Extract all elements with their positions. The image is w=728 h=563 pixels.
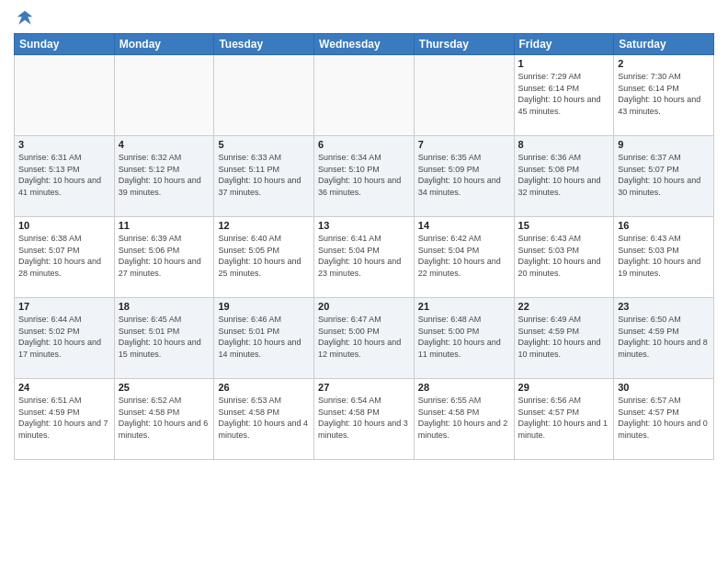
day-info: Sunrise: 6:44 AM Sunset: 5:02 PM Dayligh…	[18, 314, 110, 360]
day-number: 5	[218, 139, 310, 150]
day-cell	[15, 55, 115, 136]
day-info: Sunrise: 6:56 AM Sunset: 4:57 PM Dayligh…	[518, 395, 610, 441]
day-info: Sunrise: 6:36 AM Sunset: 5:08 PM Dayligh…	[518, 152, 610, 198]
day-cell: 9Sunrise: 6:37 AM Sunset: 5:07 PM Daylig…	[614, 136, 714, 217]
day-info: Sunrise: 6:48 AM Sunset: 5:00 PM Dayligh…	[418, 314, 510, 360]
day-info: Sunrise: 6:55 AM Sunset: 4:58 PM Dayligh…	[418, 395, 510, 441]
day-info: Sunrise: 6:54 AM Sunset: 4:58 PM Dayligh…	[318, 395, 410, 441]
day-number: 20	[318, 301, 410, 312]
day-cell: 7Sunrise: 6:35 AM Sunset: 5:09 PM Daylig…	[414, 136, 514, 217]
day-cell: 23Sunrise: 6:50 AM Sunset: 4:59 PM Dayli…	[614, 298, 714, 379]
day-info: Sunrise: 6:38 AM Sunset: 5:07 PM Dayligh…	[18, 233, 110, 279]
day-number: 11	[119, 220, 210, 231]
day-info: Sunrise: 6:32 AM Sunset: 5:12 PM Dayligh…	[119, 152, 210, 198]
day-number: 4	[119, 139, 210, 150]
day-number: 16	[618, 220, 710, 231]
day-info: Sunrise: 6:49 AM Sunset: 4:59 PM Dayligh…	[518, 314, 610, 360]
day-number: 9	[618, 139, 710, 150]
svg-marker-0	[17, 11, 33, 25]
day-number: 13	[318, 220, 410, 231]
day-cell: 24Sunrise: 6:51 AM Sunset: 4:59 PM Dayli…	[15, 379, 115, 460]
day-cell: 22Sunrise: 6:49 AM Sunset: 4:59 PM Dayli…	[514, 298, 614, 379]
day-number: 26	[218, 382, 310, 393]
week-row-0: 1Sunrise: 7:29 AM Sunset: 6:14 PM Daylig…	[15, 55, 714, 136]
day-number: 23	[618, 301, 710, 312]
day-number: 6	[318, 139, 410, 150]
weekday-header-tuesday: Tuesday	[214, 34, 314, 55]
day-number: 21	[418, 301, 510, 312]
day-cell: 8Sunrise: 6:36 AM Sunset: 5:08 PM Daylig…	[514, 136, 614, 217]
week-row-4: 24Sunrise: 6:51 AM Sunset: 4:59 PM Dayli…	[15, 379, 714, 460]
day-number: 14	[418, 220, 510, 231]
day-info: Sunrise: 6:37 AM Sunset: 5:07 PM Dayligh…	[618, 152, 710, 198]
day-cell: 12Sunrise: 6:40 AM Sunset: 5:05 PM Dayli…	[214, 217, 314, 298]
day-info: Sunrise: 6:43 AM Sunset: 5:03 PM Dayligh…	[518, 233, 610, 279]
day-number: 7	[418, 139, 510, 150]
day-number: 15	[518, 220, 610, 231]
day-cell: 3Sunrise: 6:31 AM Sunset: 5:13 PM Daylig…	[15, 136, 115, 217]
day-info: Sunrise: 6:40 AM Sunset: 5:05 PM Dayligh…	[218, 233, 310, 279]
day-cell: 20Sunrise: 6:47 AM Sunset: 5:00 PM Dayli…	[314, 298, 415, 379]
day-info: Sunrise: 6:33 AM Sunset: 5:11 PM Dayligh…	[218, 152, 310, 198]
logo	[14, 9, 34, 28]
day-cell: 10Sunrise: 6:38 AM Sunset: 5:07 PM Dayli…	[15, 217, 115, 298]
header	[14, 9, 714, 28]
day-cell: 4Sunrise: 6:32 AM Sunset: 5:12 PM Daylig…	[114, 136, 214, 217]
page: SundayMondayTuesdayWednesdayThursdayFrid…	[0, 0, 728, 563]
day-number: 12	[218, 220, 310, 231]
weekday-header-monday: Monday	[114, 34, 214, 55]
day-number: 22	[518, 301, 610, 312]
day-info: Sunrise: 6:46 AM Sunset: 5:01 PM Dayligh…	[218, 314, 310, 360]
day-cell: 17Sunrise: 6:44 AM Sunset: 5:02 PM Dayli…	[15, 298, 115, 379]
day-cell	[214, 55, 314, 136]
day-info: Sunrise: 6:42 AM Sunset: 5:04 PM Dayligh…	[418, 233, 510, 279]
day-cell: 2Sunrise: 7:30 AM Sunset: 6:14 PM Daylig…	[614, 55, 714, 136]
day-cell: 11Sunrise: 6:39 AM Sunset: 5:06 PM Dayli…	[114, 217, 214, 298]
week-row-2: 10Sunrise: 6:38 AM Sunset: 5:07 PM Dayli…	[15, 217, 714, 298]
weekday-header-saturday: Saturday	[614, 34, 714, 55]
day-info: Sunrise: 6:45 AM Sunset: 5:01 PM Dayligh…	[119, 314, 210, 360]
weekday-header-sunday: Sunday	[15, 34, 115, 55]
day-number: 25	[119, 382, 210, 393]
day-info: Sunrise: 6:53 AM Sunset: 4:58 PM Dayligh…	[218, 395, 310, 441]
day-cell: 26Sunrise: 6:53 AM Sunset: 4:58 PM Dayli…	[214, 379, 314, 460]
day-cell: 29Sunrise: 6:56 AM Sunset: 4:57 PM Dayli…	[514, 379, 614, 460]
day-number: 18	[119, 301, 210, 312]
day-cell	[114, 55, 214, 136]
day-number: 10	[18, 220, 110, 231]
logo-bird-icon	[16, 9, 34, 28]
day-cell: 5Sunrise: 6:33 AM Sunset: 5:11 PM Daylig…	[214, 136, 314, 217]
week-row-3: 17Sunrise: 6:44 AM Sunset: 5:02 PM Dayli…	[15, 298, 714, 379]
day-info: Sunrise: 6:39 AM Sunset: 5:06 PM Dayligh…	[119, 233, 210, 279]
day-number: 29	[518, 382, 610, 393]
day-number: 2	[618, 58, 710, 69]
day-number: 1	[518, 58, 610, 69]
day-cell	[314, 55, 415, 136]
day-number: 8	[518, 139, 610, 150]
day-info: Sunrise: 6:51 AM Sunset: 4:59 PM Dayligh…	[18, 395, 110, 441]
day-info: Sunrise: 6:43 AM Sunset: 5:03 PM Dayligh…	[618, 233, 710, 279]
day-cell: 25Sunrise: 6:52 AM Sunset: 4:58 PM Dayli…	[114, 379, 214, 460]
day-number: 19	[218, 301, 310, 312]
day-cell: 6Sunrise: 6:34 AM Sunset: 5:10 PM Daylig…	[314, 136, 415, 217]
day-number: 27	[318, 382, 410, 393]
day-cell: 19Sunrise: 6:46 AM Sunset: 5:01 PM Dayli…	[214, 298, 314, 379]
day-info: Sunrise: 6:41 AM Sunset: 5:04 PM Dayligh…	[318, 233, 410, 279]
day-cell: 21Sunrise: 6:48 AM Sunset: 5:00 PM Dayli…	[414, 298, 514, 379]
day-number: 24	[18, 382, 110, 393]
day-info: Sunrise: 6:47 AM Sunset: 5:00 PM Dayligh…	[318, 314, 410, 360]
day-number: 3	[18, 139, 110, 150]
day-number: 28	[418, 382, 510, 393]
day-info: Sunrise: 6:35 AM Sunset: 5:09 PM Dayligh…	[418, 152, 510, 198]
day-info: Sunrise: 7:29 AM Sunset: 6:14 PM Dayligh…	[518, 71, 610, 117]
day-info: Sunrise: 6:34 AM Sunset: 5:10 PM Dayligh…	[318, 152, 410, 198]
day-cell: 18Sunrise: 6:45 AM Sunset: 5:01 PM Dayli…	[114, 298, 214, 379]
day-cell: 16Sunrise: 6:43 AM Sunset: 5:03 PM Dayli…	[614, 217, 714, 298]
weekday-header-row: SundayMondayTuesdayWednesdayThursdayFrid…	[15, 34, 714, 55]
day-info: Sunrise: 6:52 AM Sunset: 4:58 PM Dayligh…	[119, 395, 210, 441]
day-info: Sunrise: 6:31 AM Sunset: 5:13 PM Dayligh…	[18, 152, 110, 198]
day-cell: 1Sunrise: 7:29 AM Sunset: 6:14 PM Daylig…	[514, 55, 614, 136]
weekday-header-friday: Friday	[514, 34, 614, 55]
day-number: 17	[18, 301, 110, 312]
day-number: 30	[618, 382, 710, 393]
